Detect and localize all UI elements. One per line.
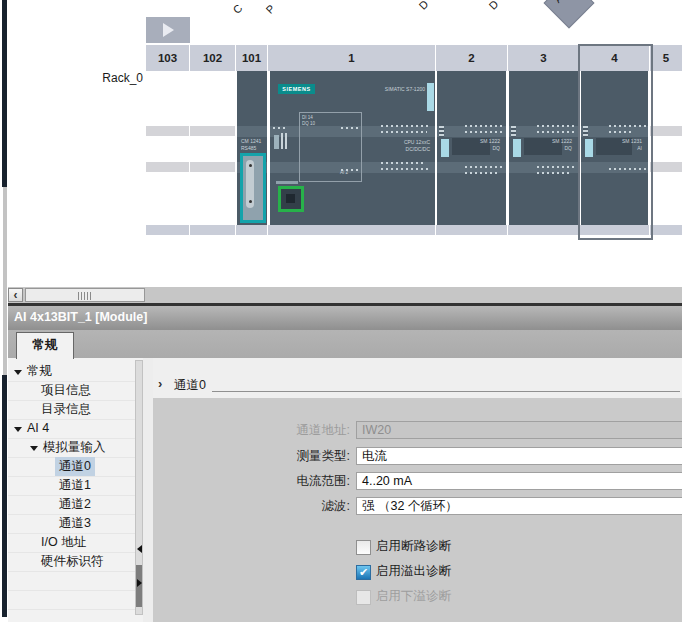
module-ai-4x13bit[interactable]: SM 1231 AI xyxy=(581,71,648,225)
slot-header-103[interactable]: 103 xyxy=(146,45,190,71)
section-underline xyxy=(212,391,680,392)
cpu-power-label: DC/DC/DC xyxy=(370,146,430,152)
profinet-port[interactable] xyxy=(278,186,304,212)
cpu-terminal-frame: DI 14 DQ 10 AI 2 xyxy=(299,112,362,182)
cpu-left-bar xyxy=(281,133,283,149)
section-title: 通道0 xyxy=(174,377,206,394)
module-left-marks xyxy=(439,126,444,138)
tree-item-channel0[interactable]: 通道0 xyxy=(8,457,135,477)
properties-tab-bar: IO 变量 系统常数 文本 常规 xyxy=(8,330,682,358)
tree-item-general[interactable]: 常规 xyxy=(8,362,135,382)
filter-select[interactable]: 强 （32 个循环） xyxy=(356,497,682,515)
module-sm-slot2[interactable]: SM 1222 DQ xyxy=(437,71,506,225)
check-icon: ✔ xyxy=(357,566,370,579)
scrollbar-thumb[interactable] xyxy=(2,187,7,375)
rack-title: Rack_0 xyxy=(60,71,143,85)
module-sm-slot3[interactable]: SM 1222 DQ xyxy=(509,71,578,225)
collapse-arrow-icon[interactable] xyxy=(14,370,22,375)
led-row xyxy=(465,131,505,133)
sm-name-label: SM 1222 xyxy=(457,138,500,144)
thumb-grip-icon xyxy=(78,292,91,300)
slot-header-5[interactable]: 5 xyxy=(650,45,682,71)
slot-header-101[interactable]: 101 xyxy=(236,45,268,71)
rack-footer-cell xyxy=(436,225,508,235)
led-row xyxy=(341,127,359,129)
tree-item-catalog-info[interactable]: 目录信息 xyxy=(8,400,135,420)
tree-item-project-info[interactable]: 项目信息 xyxy=(8,381,135,401)
tree-item-analog-inputs[interactable]: 模拟量输入 xyxy=(8,438,135,458)
led-row xyxy=(381,125,431,127)
cpu-name-label: CPU 12xxC xyxy=(370,139,430,145)
module-cm-1241[interactable]: CM 1241 RS485 xyxy=(237,71,267,225)
rack-footer-cell xyxy=(146,225,190,235)
slanted-module-label[interactable]: C xyxy=(231,2,245,16)
slanted-module-label[interactable]: P xyxy=(264,2,278,16)
led-row xyxy=(609,125,647,127)
led-row xyxy=(537,125,577,127)
channel-address-field: IW20 xyxy=(356,421,682,439)
rack-nav-forward-button[interactable] xyxy=(146,17,190,43)
wire-break-diagnostics-checkbox[interactable] xyxy=(356,540,371,555)
overflow-diagnostics-label: 启用溢出诊断 xyxy=(376,564,451,579)
tree-item-channel1[interactable]: 通道1 xyxy=(8,476,135,496)
bus-connector xyxy=(513,139,521,157)
tree-item-channel3[interactable]: 通道3 xyxy=(8,514,135,534)
horizontal-scrollbar[interactable]: ‹ xyxy=(8,287,682,303)
form-header-strip xyxy=(153,358,682,398)
module-cpu[interactable]: SIEMENS SIMATIC S7-1200 DI 14 DQ 10 AI 2… xyxy=(270,71,435,225)
rj45-jack xyxy=(286,194,295,203)
sm-type-label: DQ xyxy=(457,145,500,151)
scroll-left-button[interactable]: ‹ xyxy=(8,288,23,302)
slanted-module-label[interactable]: D xyxy=(417,0,431,12)
tab-general[interactable]: 常规 xyxy=(16,332,74,359)
slot-header-1[interactable]: 1 xyxy=(268,45,436,71)
device-view-canvas: C P D D A Rack_0 103 102 101 1 2 3 4 5 xyxy=(0,0,682,287)
sm-name-label: SM 1222 xyxy=(529,138,572,144)
module-left-marks xyxy=(511,126,516,138)
left-edge-scrollbar[interactable] xyxy=(2,0,7,617)
field-label-channel-address: 通道地址: xyxy=(153,421,350,439)
led-row xyxy=(381,168,431,170)
rack-footer-cell xyxy=(508,225,580,235)
splitter-expand-right-icon[interactable] xyxy=(137,579,142,587)
bus-connector xyxy=(441,139,449,157)
splitter-collapse-left-icon[interactable] xyxy=(137,545,142,553)
current-range-select[interactable]: 4..20 mA xyxy=(356,472,682,490)
rack-footer-cell xyxy=(650,225,682,235)
slot-header-2[interactable]: 2 xyxy=(436,45,508,71)
pane-splitter[interactable] xyxy=(143,358,153,622)
tree-vertical-scrollbar[interactable] xyxy=(135,360,143,615)
collapse-arrow-icon[interactable] xyxy=(14,427,22,432)
selected-module-label-diamond[interactable]: A xyxy=(544,0,595,28)
measurement-type-select[interactable]: 电流 xyxy=(356,447,682,465)
simatic-family-label: SIMATIC S7-1200 xyxy=(365,86,425,92)
tree-item-channel2[interactable]: 通道2 xyxy=(8,495,135,515)
tree-item-io-addresses[interactable]: I/O 地址 xyxy=(8,533,135,553)
memory-card-slot[interactable] xyxy=(427,83,434,111)
module-cm-type: RS485 xyxy=(241,145,256,151)
properties-title-bar: AI 4x13BIT_1 [Module] xyxy=(8,306,682,330)
slanted-module-label[interactable]: D xyxy=(487,0,501,12)
sm-name-label: SM 1231 xyxy=(599,138,642,144)
slot-header-102[interactable]: 102 xyxy=(190,45,236,71)
scrollbar-thumb[interactable] xyxy=(25,288,145,302)
tree-item-ai4[interactable]: AI 4 xyxy=(8,419,135,439)
tree-empty-row xyxy=(8,590,135,610)
siemens-logo: SIEMENS xyxy=(278,84,315,94)
play-forward-icon xyxy=(163,23,174,37)
underflow-diagnostics-label: 启用下溢诊断 xyxy=(376,589,451,604)
cpu-left-connector xyxy=(274,135,279,149)
led-row xyxy=(381,162,425,164)
slot-header-3[interactable]: 3 xyxy=(508,45,580,71)
collapse-arrow-icon[interactable] xyxy=(30,446,38,451)
tree-item-hardware-identifier[interactable]: 硬件标识符 xyxy=(8,552,135,572)
serial-connector-port[interactable] xyxy=(240,153,266,223)
rack-rail xyxy=(190,126,235,136)
rack-rail xyxy=(650,126,682,136)
section-expand-icon[interactable]: › xyxy=(158,376,162,391)
cpu-left-bar xyxy=(285,133,287,149)
slot-header-4[interactable]: 4 xyxy=(580,45,650,71)
properties-title: AI 4x13BIT_1 [Module] xyxy=(14,310,147,324)
rack-footer-cell xyxy=(580,225,650,235)
overflow-diagnostics-checkbox[interactable]: ✔ xyxy=(356,565,371,580)
